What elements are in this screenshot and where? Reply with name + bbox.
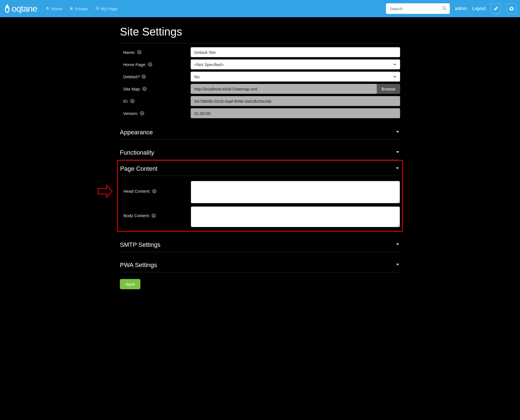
pencil-icon [494, 6, 498, 11]
label-homepage: Home Page: ? [120, 62, 191, 67]
label-id: ID: ? [120, 99, 191, 104]
nav-private[interactable]: Private [67, 4, 91, 13]
section-smtp-title: SMTP Settings [120, 241, 160, 248]
help-icon[interactable]: ? [142, 87, 147, 91]
help-icon[interactable]: ? [130, 99, 135, 103]
save-button[interactable]: Save [120, 279, 140, 289]
nav-private-label: Private [75, 6, 88, 11]
input-sitemap [191, 84, 377, 94]
main-container: Site Settings Name: ? Home Page: ? <Not … [120, 17, 400, 300]
row-sitemap: Site Map: ? Browse [120, 83, 400, 95]
chevron-down-icon [395, 129, 400, 135]
flame-icon [3, 4, 11, 14]
chevron-down-icon [395, 242, 400, 248]
section-appearance[interactable]: Appearance [120, 124, 400, 140]
label-headcontent: Head Content: ? [120, 181, 191, 193]
chevron-down-icon [395, 150, 400, 156]
nav-mypage[interactable]: My Page [92, 4, 120, 13]
section-functionality-title: Functionality [120, 149, 154, 156]
row-bodycontent: Body Content: ? [120, 205, 400, 229]
section-appearance-title: Appearance [120, 129, 153, 136]
annotation-highlight: Page Content Head Content: ? Body Conten… [117, 160, 403, 232]
nav-home-label: Home [51, 6, 62, 11]
target-icon [95, 6, 99, 11]
help-icon[interactable]: ? [148, 62, 152, 67]
row-version: Version: ? [120, 107, 400, 119]
input-id [191, 96, 400, 106]
section-pagecontent-title: Page Content [120, 165, 158, 172]
help-icon[interactable]: ? [137, 50, 142, 54]
gear-icon [509, 6, 514, 11]
logout-link[interactable]: Logout [472, 6, 486, 11]
annotation-arrow-icon [97, 183, 113, 200]
nav-links: Home Private My Page [43, 4, 120, 13]
home-icon [46, 6, 50, 11]
select-deleted[interactable]: No [191, 72, 400, 82]
textarea-headcontent[interactable] [191, 181, 400, 203]
row-name: Name: ? [120, 46, 400, 58]
search-box [386, 3, 450, 14]
settings-button[interactable] [506, 3, 517, 14]
nav-right: admin Logout [386, 3, 517, 14]
section-functionality[interactable]: Functionality [120, 145, 400, 160]
search-icon[interactable] [442, 6, 447, 12]
row-deleted: Deleted? ? No [120, 71, 400, 83]
textarea-bodycontent[interactable] [191, 207, 400, 227]
help-icon[interactable]: ? [152, 213, 156, 218]
brand-logo[interactable]: oqtane [3, 4, 37, 14]
browse-button[interactable]: Browse [377, 84, 400, 94]
search-input[interactable] [389, 6, 442, 11]
row-id: ID: ? [120, 95, 400, 107]
navbar: oqtane Home Private My Page [0, 0, 520, 17]
nav-home[interactable]: Home [43, 4, 65, 13]
brand-text: oqtane [12, 4, 37, 14]
input-name[interactable] [191, 47, 400, 57]
select-homepage[interactable]: <Not Specified> [191, 59, 400, 69]
section-pagecontent[interactable]: Page Content [120, 161, 400, 176]
svg-point-1 [97, 8, 98, 9]
section-pwa-title: PWA Settings [120, 261, 157, 269]
nav-mypage-label: My Page [101, 6, 117, 11]
label-sitemap: Site Map: ? [120, 87, 191, 91]
row-headcontent: Head Content: ? [120, 179, 400, 205]
section-pwa[interactable]: PWA Settings [120, 257, 400, 272]
section-pagecontent-body: Head Content: ? Body Content: ? [120, 176, 400, 229]
label-version: Version: ? [120, 111, 191, 116]
input-version [191, 108, 400, 118]
section-smtp[interactable]: SMTP Settings [120, 237, 400, 252]
svg-point-2 [443, 6, 446, 9]
chevron-down-icon [395, 166, 400, 172]
user-name-link[interactable]: admin [455, 6, 467, 11]
svg-line-3 [445, 9, 446, 10]
chevron-down-icon [395, 262, 400, 268]
lock-icon [70, 6, 73, 11]
label-name: Name: ? [120, 50, 191, 55]
label-bodycontent: Body Content: ? [120, 207, 191, 218]
help-icon[interactable]: ? [152, 189, 156, 193]
help-icon[interactable]: ? [140, 111, 144, 115]
label-deleted: Deleted? ? [120, 74, 191, 79]
page-title: Site Settings [120, 23, 400, 43]
row-homepage: Home Page: ? <Not Specified> [120, 58, 400, 71]
edit-button[interactable] [491, 3, 501, 14]
help-icon[interactable]: ? [142, 74, 146, 79]
